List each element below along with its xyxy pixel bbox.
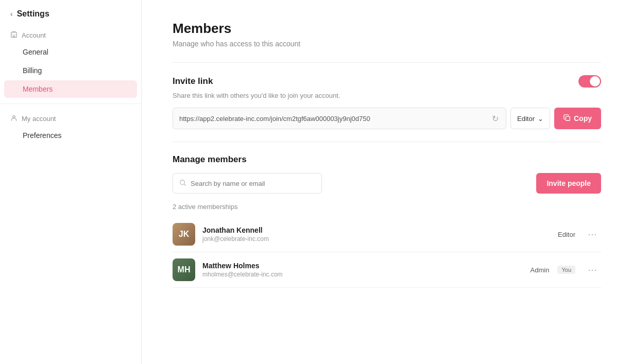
sidebar-divider (0, 103, 141, 104)
settings-title: Settings (17, 9, 49, 19)
page-title: Members (173, 21, 601, 37)
member-info: Jonathan Kennell jonk@celebrate-inc.com (202, 226, 558, 242)
member-email: jonk@celebrate-inc.com (202, 235, 558, 242)
manage-members-title: Manage members (173, 154, 601, 165)
refresh-link-button[interactable]: ↻ (491, 113, 500, 125)
search-input[interactable] (191, 180, 315, 187)
sidebar: ‹ Settings Account General Billing Membe… (0, 0, 142, 364)
account-section-label: Account (22, 31, 46, 39)
search-input-wrap (173, 173, 322, 194)
member-more-button[interactable]: ⋯ (584, 262, 601, 278)
top-divider (173, 62, 601, 63)
middle-divider (173, 142, 601, 142)
invite-link-section: Invite link Share this link with others … (173, 75, 601, 129)
svg-rect-1 (12, 34, 13, 36)
member-name: Jonathan Kennell (202, 226, 558, 234)
my-account-section-header: My account (0, 109, 141, 126)
main-content: Members Manage who has access to this ac… (142, 0, 632, 364)
settings-back-button[interactable]: ‹ Settings (0, 0, 141, 26)
table-row: MH Matthew Holmes mholmes@celebrate-inc.… (173, 252, 601, 288)
role-selector-button[interactable]: Editor ⌄ (510, 108, 550, 129)
invite-link-toggle[interactable] (578, 75, 601, 88)
svg-rect-5 (566, 116, 570, 120)
my-account-section-label: My account (22, 115, 56, 123)
member-you-badge: You (557, 266, 575, 274)
invite-link-row: ↻ Editor ⌄ Copy (173, 108, 601, 129)
member-name: Matthew Holmes (202, 262, 531, 270)
member-role: Editor (558, 231, 575, 238)
role-selector-label: Editor (517, 115, 535, 123)
back-icon: ‹ (10, 10, 13, 18)
avatar-initials: JK (179, 230, 189, 239)
invite-link-input[interactable] (179, 115, 491, 123)
member-email: mholmes@celebrate-inc.com (202, 271, 531, 278)
manage-members-section: Manage members Invite people 2 active me… (173, 154, 601, 288)
copy-icon (563, 114, 571, 123)
copy-label: Copy (574, 114, 592, 123)
sidebar-item-preferences[interactable]: Preferences (4, 127, 137, 144)
invite-link-desc: Share this link with others you'd like t… (173, 92, 601, 99)
svg-rect-2 (14, 34, 15, 36)
avatar: JK (173, 223, 195, 246)
sidebar-item-general[interactable]: General (4, 43, 137, 61)
svg-rect-3 (13, 36, 15, 38)
svg-point-4 (13, 116, 15, 118)
member-role: Admin (531, 266, 550, 274)
member-info: Matthew Holmes mholmes@celebrate-inc.com (202, 262, 531, 278)
table-row: JK Jonathan Kennell jonk@celebrate-inc.c… (173, 217, 601, 252)
chevron-down-icon: ⌄ (538, 115, 543, 123)
person-icon (10, 114, 18, 123)
account-section-header: Account (0, 26, 141, 43)
invite-link-input-wrap: ↻ (173, 108, 506, 129)
invite-link-title: Invite link (173, 76, 213, 86)
search-icon (179, 179, 186, 188)
members-search-row: Invite people (173, 173, 601, 194)
page-subtitle: Manage who has access to this account (173, 40, 601, 48)
building-icon (10, 31, 18, 40)
invite-people-button[interactable]: Invite people (536, 173, 601, 194)
avatar: MH (173, 258, 195, 281)
sidebar-item-members[interactable]: Members (4, 80, 137, 98)
copy-link-button[interactable]: Copy (554, 108, 601, 129)
sidebar-item-billing[interactable]: Billing (4, 62, 137, 79)
avatar-initials: MH (178, 265, 191, 274)
active-memberships-label: 2 active memberships (173, 203, 601, 211)
member-more-button[interactable]: ⋯ (584, 227, 601, 242)
